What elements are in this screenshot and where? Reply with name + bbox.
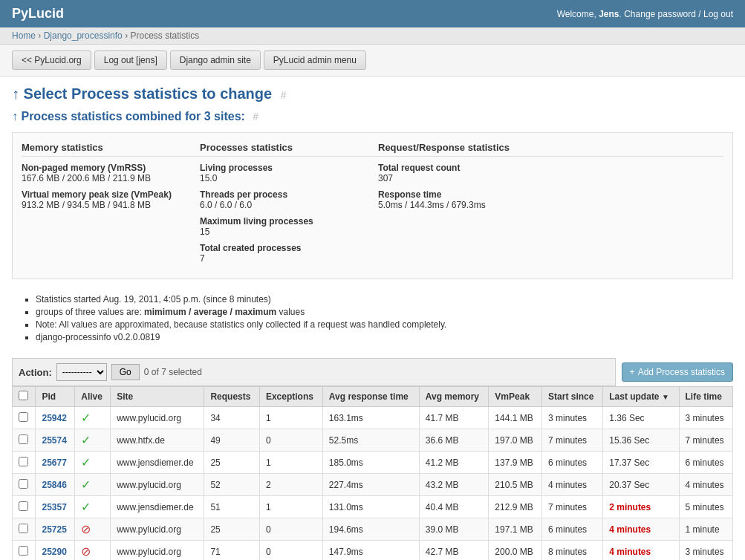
stats-grid: Memory statistics Non-paged memory (VmRS… [12,132,733,279]
col-avg-memory[interactable]: Avg memory [419,387,489,407]
row-avg-memory: 42.7 MB [419,541,489,561]
last-update-value: 2 minutes [609,502,651,512]
row-avg-memory: 39.0 MB [419,518,489,541]
section-title: ↑ Process statistics combined for 3 site… [12,110,733,123]
row-site: www.jensdiemer.de [111,496,204,518]
row-vmpeak: 197.1 MB [489,518,542,541]
pylucid-btn[interactable]: << PyLucid.org [12,51,91,70]
row-start-since: 6 minutes [542,452,603,474]
col-vmpeak[interactable]: VmPeak [489,387,542,407]
row-vmpeak: 200.0 MB [489,541,542,561]
col-start-since[interactable]: Start since [542,387,603,407]
pid-link[interactable]: 25942 [42,413,66,423]
row-checkbox[interactable] [19,412,28,422]
process-stats-table: Pid Alive Site Requests Exceptions Avg r… [12,386,733,560]
row-pid: 25357 [36,496,75,518]
row-requests: 34 [204,407,259,429]
table-row: 25942 ✓ www.pylucid.org 34 1 163.1ms 41.… [13,407,733,429]
logout-link[interactable]: Log out [703,9,733,19]
row-requests: 49 [204,429,259,452]
row-start-since: 7 minutes [542,429,603,452]
row-requests: 25 [204,452,259,474]
col-avg-response[interactable]: Avg response time [322,387,419,407]
last-update-value: 4 minutes [609,547,651,557]
pid-link[interactable]: 25677 [42,458,66,468]
row-alive: ✓ [75,452,111,474]
select-all-checkbox[interactable] [19,391,28,400]
selected-count: 0 of 7 selected [144,367,202,377]
username: Jens [599,9,619,19]
row-avg-memory: 40.4 MB [419,496,489,518]
row-alive: ✓ [75,429,111,452]
row-checkbox[interactable] [19,434,28,444]
alive-no-icon: ⊘ [81,545,91,558]
note-1: Statistics started Aug. 19, 2011, 4:05 p… [36,294,724,305]
row-site: www.pylucid.org [111,518,204,541]
row-checkbox-cell [13,496,36,518]
row-requests: 25 [204,518,259,541]
row-alive: ⊘ [75,541,111,561]
row-vmpeak: 144.1 MB [489,407,542,429]
row-vmpeak: 212.9 MB [489,496,542,518]
last-update-value: 15.36 Sec [609,435,649,446]
user-info: Welcome, Jens. Change password / Log out [557,9,733,19]
row-exceptions: 2 [259,474,322,496]
process-stats-col: Processes statistics Living processes 15… [200,142,378,270]
row-avg-response: 147.9ms [322,541,419,561]
row-pid: 25574 [36,429,75,452]
row-checkbox-cell [13,474,36,496]
pylucid-admin-btn[interactable]: PyLucid admin menu [264,51,366,70]
col-exceptions[interactable]: Exceptions [259,387,322,407]
row-vmpeak: 137.9 MB [489,452,542,474]
col-checkbox [13,387,36,407]
row-checkbox[interactable] [19,501,28,511]
add-process-stats-button[interactable]: + Add Process statistics [622,362,733,382]
row-start-since: 8 minutes [542,541,603,561]
row-vmpeak: 197.0 MB [489,429,542,452]
pid-link[interactable]: 25290 [42,547,66,557]
row-checkbox-cell [13,407,36,429]
section-title-anchor-link[interactable]: # [253,111,258,123]
table-header-row: Pid Alive Site Requests Exceptions Avg r… [13,387,733,407]
row-site: www.pylucid.org [111,541,204,561]
col-site[interactable]: Site [111,387,204,407]
last-update-value: 20.37 Sec [609,480,649,490]
page-title-anchor-link[interactable]: # [281,89,287,101]
pid-link[interactable]: 25846 [42,480,66,490]
logout-btn[interactable]: Log out [jens] [94,51,167,70]
row-exceptions: 0 [259,518,322,541]
col-requests[interactable]: Requests [204,387,259,407]
row-life-time: 4 minutes [679,474,732,496]
row-avg-memory: 43.2 MB [419,474,489,496]
row-alive: ✓ [75,496,111,518]
row-checkbox[interactable] [19,457,28,466]
sort-icon: ▼ [662,393,669,401]
row-checkbox[interactable] [19,524,28,533]
pid-link[interactable]: 25357 [42,502,66,512]
row-alive: ✓ [75,474,111,496]
table-row: 25574 ✓ www.htfx.de 49 0 52.5ms 36.6 MB … [13,429,733,452]
alive-yes-icon: ✓ [81,456,91,469]
col-alive[interactable]: Alive [75,387,111,407]
action-select[interactable]: ---------- [56,363,107,381]
col-last-update[interactable]: Last update ▼ [603,387,679,407]
breadcrumb-home[interactable]: Home [12,30,36,41]
pid-link[interactable]: 25725 [42,524,66,535]
col-pid[interactable]: Pid [36,387,75,407]
django-admin-btn[interactable]: Django admin site [170,51,261,70]
col-life-time[interactable]: Life time [679,387,732,407]
row-last-update: 17.37 Sec [603,452,679,474]
main-content: ↑ Select Process statistics to change # … [0,76,745,560]
action-go-button[interactable]: Go [111,364,140,380]
change-password-link[interactable]: Change password [624,9,696,19]
row-checkbox-cell [13,541,36,561]
row-exceptions: 1 [259,496,322,518]
row-pid: 25942 [36,407,75,429]
row-checkbox[interactable] [19,546,28,556]
alive-yes-icon: ✓ [81,478,91,491]
vrmss-stat: Non-paged memory (VmRSS) 167.6 MB / 200.… [22,163,200,183]
breadcrumb-django[interactable]: Django_processinfo [44,30,123,41]
pid-link[interactable]: 25574 [42,435,66,446]
row-checkbox[interactable] [19,479,28,489]
row-avg-memory: 41.2 MB [419,452,489,474]
